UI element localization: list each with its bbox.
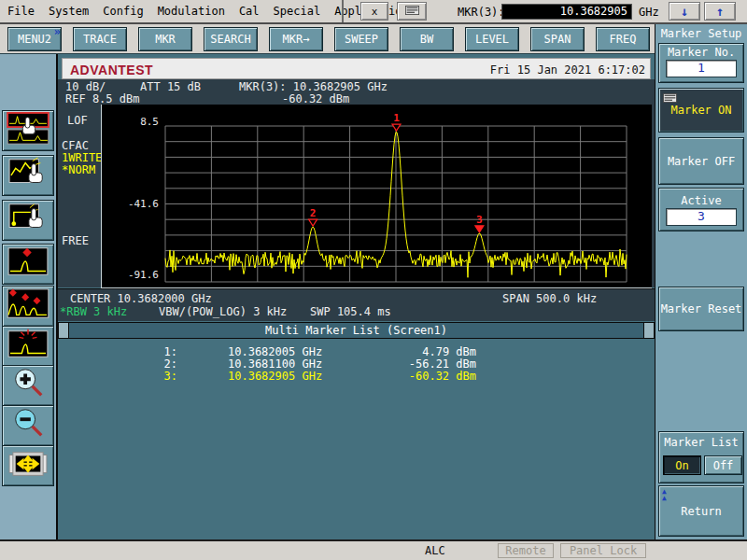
settings-readout-bar: 10 dB/ ATT 15 dB MKR(3): 10.3682905 GHz …	[58, 79, 655, 105]
function-toolbar: MENU2»TRACEMKRSEARCHMKR→SWEEPBWLEVELSPAN…	[0, 24, 655, 54]
ref-level-readout: REF 8.5 dBm	[65, 92, 139, 105]
menu-items: FileSystemConfigModulationCalSpecialAppl…	[7, 0, 409, 22]
panel-lock-indicator: Panel Lock	[560, 543, 646, 558]
marker-freq-readout: MKR(3): 10.3682905 GHz	[239, 80, 388, 93]
trace-region: LOF CFAC 1WRITE *NORM FREE 8.5-41.6-91.6…	[58, 105, 655, 287]
keyboard-icon	[405, 6, 419, 18]
marker-off-button[interactable]: Marker OFF	[658, 137, 744, 185]
zoom-out-icon	[6, 406, 50, 445]
expand-horizontal-button[interactable]	[2, 445, 54, 486]
marker-list-row-2: 2:10.3681100 GHz-56.21 dBm	[58, 357, 655, 370]
peak-search-icon	[6, 327, 50, 366]
measurement-display: ADVANTEST Fri 15 Jan 2021 6:17:02 10 dB/…	[58, 54, 655, 539]
marker-list-row-1: 1:10.3682005 GHz4.79 dBm	[58, 345, 655, 357]
menu-item-cal[interactable]: Cal	[239, 5, 260, 18]
y-axis-tick: 8.5	[140, 116, 159, 128]
toolbar-button-sweep[interactable]: SWEEP	[334, 27, 388, 51]
rbw-readout: *RBW 3 kHz	[60, 305, 127, 318]
menu-item-config[interactable]: Config	[103, 5, 143, 18]
marker-level-readout: -60.32 dBm	[282, 92, 349, 105]
multi-peak-marker-icon	[6, 287, 50, 326]
marker-no-label: Marker No.	[659, 46, 743, 59]
list-header-right-tab	[643, 322, 655, 339]
toolbar-button-span[interactable]: SPAN	[530, 27, 585, 51]
zoom-in-button[interactable]	[2, 365, 54, 406]
screen-layout-button[interactable]	[2, 110, 54, 151]
toolbar-button-mkr[interactable]: MKR	[138, 27, 192, 51]
peak-marker-icon	[6, 245, 50, 284]
marker-no-field[interactable]: 1	[666, 60, 737, 77]
left-tool-sidebar	[0, 54, 58, 539]
marker-frequency: 10.3681100 GHz	[228, 357, 322, 371]
span-readout: SPAN 500.0 kHz	[502, 292, 597, 305]
active-marker-field[interactable]: 3	[666, 208, 737, 226]
marker-3-triangle	[475, 226, 484, 232]
arrow-down-icon: ↓	[681, 4, 688, 19]
y-axis-tick: -91.6	[128, 269, 159, 281]
menu-item-special[interactable]: Special	[274, 5, 321, 18]
marker-list-row-3: 3:10.3682905 GHz-60.32 dBm	[58, 370, 655, 382]
expand-horizontal-icon	[6, 446, 50, 485]
marker-list-toggle-group: Marker List On Off	[658, 431, 744, 483]
menu-bar: FileSystemConfigModulationCalSpecialAppl…	[0, 0, 747, 24]
sweep-time-readout: SWP 105.4 ms	[310, 305, 391, 318]
marker-list-off-button[interactable]: Off	[704, 455, 742, 475]
screen-layout-icon	[6, 111, 50, 150]
norm-mode-label: *NORM	[62, 163, 95, 176]
marker-reset-button[interactable]: Marker Reset	[658, 287, 744, 331]
peak-search-button[interactable]	[2, 326, 54, 367]
menu-item-system[interactable]: System	[49, 5, 89, 18]
toolbar-button-bw[interactable]: BW	[400, 27, 454, 51]
toolbar-button-trace[interactable]: TRACE	[73, 27, 127, 51]
vbw-readout: VBW/(POW_LOG) 3 kHz	[159, 305, 287, 318]
marker-setup-panel: Marker Setup Marker No. 1 Marker ON Mark…	[655, 24, 747, 539]
datetime: Fri 15 Jan 2021 6:17:02	[490, 63, 645, 77]
marker-frequency: 10.3682905 GHz	[228, 370, 322, 383]
center-freq-readout: CENTER 10.3682000 GHz	[70, 292, 212, 305]
return-up-arrows-icon: ▲▲	[662, 488, 667, 501]
step-up-button[interactable]: ↑	[704, 2, 736, 21]
attenuation-readout: ATT 15 dB	[140, 80, 201, 93]
marker-3-number: 3	[476, 214, 483, 226]
free-run-label: FREE	[62, 234, 89, 247]
menu-item-file[interactable]: File	[7, 5, 35, 18]
active-marker-button[interactable]: Active Marker 3	[658, 188, 744, 231]
marker-level: -60.32 dBm	[385, 370, 476, 383]
trace-adjust-button[interactable]	[2, 155, 54, 196]
arrow-up-icon: ↑	[716, 4, 724, 19]
zoom-out-button[interactable]	[2, 405, 54, 446]
peak-marker-button[interactable]	[2, 244, 54, 285]
alc-status: ALC	[425, 544, 445, 557]
toolbar-button-mkrto[interactable]: MKR→	[269, 27, 323, 51]
scale-readout: 10 dB/	[65, 80, 106, 93]
keyboard-button[interactable]	[397, 2, 427, 21]
return-button[interactable]: ▲▲ Return	[658, 485, 744, 537]
marker-no-button[interactable]: Marker No. 1	[658, 43, 744, 83]
marker-reset-label: Marker Reset	[661, 302, 742, 315]
marker-on-button[interactable]: Marker ON	[658, 88, 744, 133]
marker-off-label: Marker OFF	[668, 155, 735, 168]
toolbar-button-level[interactable]: LEVEL	[465, 27, 519, 51]
marker-value-field[interactable]: 10.3682905	[501, 4, 632, 20]
menubar-divider	[342, 0, 344, 22]
multi-peak-marker-button[interactable]	[2, 286, 54, 327]
step-down-button[interactable]: ↓	[669, 2, 700, 21]
marker-list-label: Marker List	[659, 436, 743, 449]
marker-index: 2:	[149, 357, 177, 371]
toolbar-button-search[interactable]: SEARCH	[204, 27, 258, 51]
line-edit-button[interactable]	[2, 200, 54, 241]
marker-list-on-button[interactable]: On	[663, 455, 701, 475]
close-button[interactable]: x	[360, 2, 388, 21]
toolbar-button-menu2[interactable]: MENU2»	[7, 27, 62, 51]
marker-2-number: 2	[310, 207, 317, 219]
marker-index: 3:	[149, 370, 177, 383]
toolbar-button-freq[interactable]: FREQ	[596, 27, 650, 51]
spectrum-graph: 8.5-41.6-91.6123	[101, 105, 652, 288]
advantest-logo: ADVANTEST	[70, 63, 153, 77]
brand-strip: ADVANTEST Fri 15 Jan 2021 6:17:02	[62, 58, 651, 79]
marker-unit-label: GHz	[639, 6, 659, 19]
menu2-more-icon: »	[54, 25, 61, 38]
menu-item-modulation[interactable]: Modulation	[158, 5, 225, 18]
marker-index: 1:	[149, 345, 177, 358]
marker-1-number: 1	[393, 112, 400, 124]
